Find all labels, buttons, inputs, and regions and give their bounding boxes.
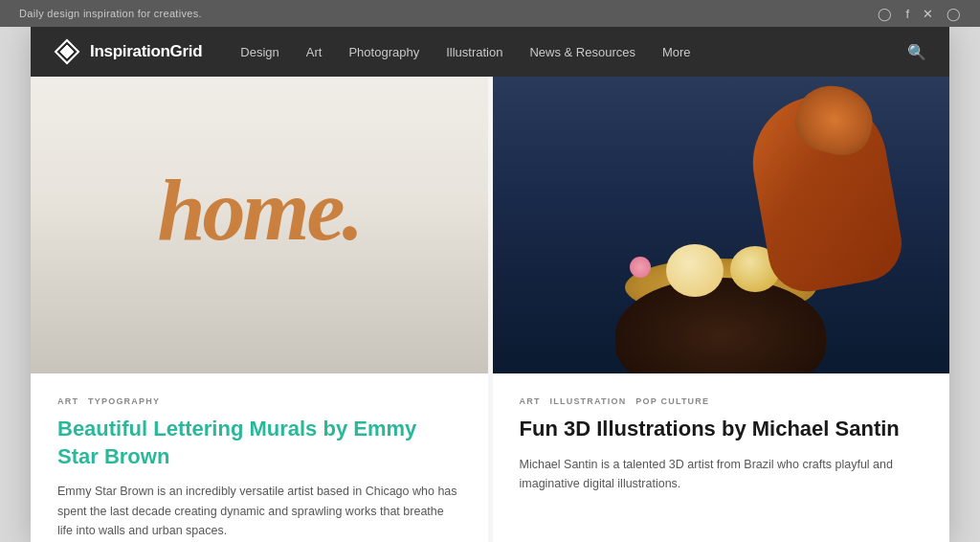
navbar: InspirationGrid Design Art Photography I… bbox=[31, 27, 949, 77]
tag-illustration: ILLUSTRATION bbox=[550, 396, 627, 406]
article-excerpt-right: Michael Santin is a talented 3D artist f… bbox=[520, 455, 924, 494]
mural-text: home. bbox=[157, 161, 361, 260]
top-bar: Daily design inspiration for creatives. … bbox=[0, 0, 980, 27]
article-excerpt-left: Emmy Star Brown is an incredibly versati… bbox=[57, 482, 461, 541]
article-meta-left: ART TYPOGRAPHY Beautiful Lettering Mural… bbox=[31, 373, 488, 542]
logo-area[interactable]: InspirationGrid bbox=[54, 38, 202, 65]
browser-window: InspirationGrid Design Art Photography I… bbox=[31, 27, 949, 542]
nav-photography[interactable]: Photography bbox=[348, 45, 419, 59]
article-card-right: ART ILLUSTRATION POP CULTURE Fun 3D Illu… bbox=[488, 77, 950, 542]
nav-illustration[interactable]: Illustration bbox=[446, 45, 502, 59]
nav-art[interactable]: Art bbox=[306, 45, 323, 59]
tag-art-right: ART bbox=[520, 396, 541, 406]
tag-art-left: ART bbox=[57, 396, 78, 406]
nav-news-resources[interactable]: News & Resources bbox=[529, 45, 635, 59]
logo-icon bbox=[54, 38, 80, 65]
nav-more[interactable]: More bbox=[662, 45, 691, 59]
instagram-icon[interactable]: ◯ bbox=[878, 7, 892, 21]
flower-decoration-left bbox=[630, 257, 651, 278]
article-image-right bbox=[493, 77, 950, 373]
facebook-icon[interactable]: f bbox=[905, 7, 909, 21]
egg-left bbox=[666, 244, 724, 297]
article-image-left: home. bbox=[31, 77, 488, 373]
outer-right-panel bbox=[949, 27, 980, 542]
x-twitter-icon[interactable]: ✕ bbox=[923, 7, 933, 21]
article-tags-left: ART TYPOGRAPHY bbox=[57, 396, 461, 406]
outer-left-panel bbox=[0, 27, 31, 542]
tag-pop-culture: POP CULTURE bbox=[635, 396, 709, 406]
pinterest-icon[interactable]: ◯ bbox=[947, 7, 961, 21]
social-icons-container: ◯ f ✕ ◯ bbox=[878, 7, 961, 21]
article-tags-right: ART ILLUSTRATION POP CULTURE bbox=[520, 396, 924, 406]
content-area: home. ART TYPOGRAPHY Beautiful Lettering… bbox=[31, 77, 949, 542]
nav-design[interactable]: Design bbox=[240, 45, 278, 59]
tag-typography: TYPOGRAPHY bbox=[88, 396, 160, 406]
tagline: Daily design inspiration for creatives. bbox=[19, 8, 202, 19]
page-wrapper: Daily design inspiration for creatives. … bbox=[0, 0, 980, 542]
main-wrapper: InspirationGrid Design Art Photography I… bbox=[0, 27, 980, 542]
article-card-left: home. ART TYPOGRAPHY Beautiful Lettering… bbox=[31, 77, 488, 542]
article-title-left[interactable]: Beautiful Lettering Murals by Emmy Star … bbox=[57, 416, 461, 470]
logo-text: InspirationGrid bbox=[90, 42, 202, 61]
article-meta-right: ART ILLUSTRATION POP CULTURE Fun 3D Illu… bbox=[493, 373, 950, 502]
search-icon[interactable]: 🔍 bbox=[907, 43, 926, 61]
article-title-right[interactable]: Fun 3D Illustrations by Michael Santin bbox=[520, 416, 924, 443]
nav-links: Design Art Photography Illustration News… bbox=[240, 45, 907, 59]
svg-marker-1 bbox=[60, 45, 74, 58]
